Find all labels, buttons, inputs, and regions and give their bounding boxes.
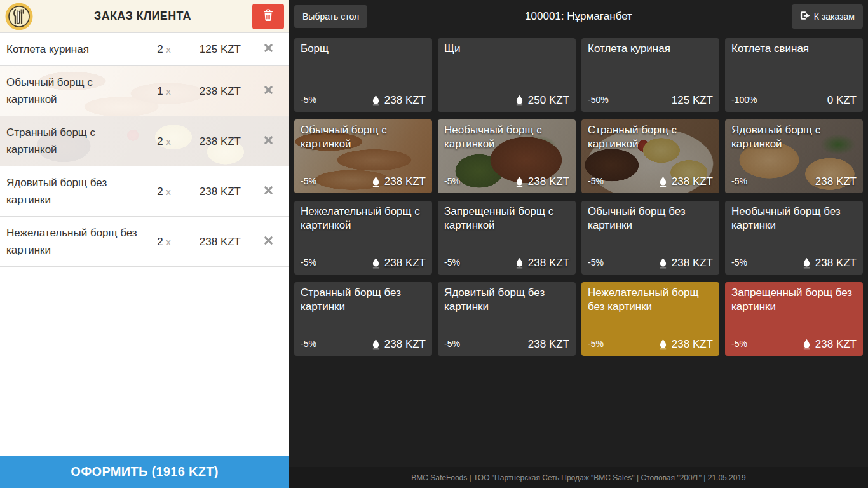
footer-text: BMC SafeFoods | ТОО "Партнерская Сеть Пр…	[411, 473, 746, 482]
order-item: Странный борщ с картинкой 2 x 238 KZT	[0, 116, 289, 166]
remove-item-button[interactable]	[254, 83, 283, 100]
menu-card-name: Нежелательный борщ без картинки	[588, 286, 713, 314]
menu-card[interactable]: Ядовитый борщ без картинки -5% 238 KZT	[438, 282, 576, 356]
top-bar: 100001: Нұрмағанбет Выбрать стол К заказ…	[289, 0, 868, 33]
restaurant-logo-icon	[5, 3, 33, 30]
menu-card-name: Нежелательный борщ с картинкой	[301, 205, 426, 233]
menu-card-name: Запрещенный борщ без картинки	[731, 286, 857, 314]
flame-icon	[659, 176, 667, 187]
flame-icon	[803, 339, 811, 350]
checkout-button[interactable]: ОФОРМИТЬ (1916 KZT)	[0, 456, 289, 488]
menu-card-price: 238 KZT	[672, 337, 713, 351]
menu-card-discount: -5%	[731, 176, 747, 187]
menu-card-discount: -5%	[301, 176, 316, 187]
menu-card[interactable]: Ядовитый борщ с картинкой -5% 238 KZT	[725, 119, 863, 193]
menu-card[interactable]: Обычный борщ без картинки -5% 238 KZT	[581, 201, 719, 274]
order-item-qty-x: x	[166, 186, 171, 197]
order-item-name: Нежелательный борщ без картинки	[6, 224, 145, 259]
menu-card[interactable]: Щи 250 KZT	[438, 38, 576, 112]
sign-out-icon	[800, 11, 810, 22]
menu-card-discount: -5%	[588, 339, 604, 350]
menu-card-price: 0 KZT	[827, 93, 857, 107]
menu-card-discount: -5%	[301, 339, 316, 350]
menu-card-discount: -5%	[444, 339, 460, 350]
menu-card-price: 250 KZT	[528, 93, 569, 107]
remove-item-button[interactable]	[254, 41, 283, 58]
flame-icon	[515, 95, 524, 106]
menu-card-name: Борщ	[301, 42, 426, 56]
menu-card[interactable]: Запрещенный борщ без картинки -5% 238 KZ…	[725, 282, 863, 356]
menu-grid: Борщ -5% 238 KZT Щи	[289, 33, 868, 467]
order-item-qty-value: 2	[157, 135, 163, 147]
order-item-price: 238 KZT	[183, 83, 254, 100]
order-item-name: Котлета куриная	[6, 41, 145, 58]
order-number-title: 100001: Нұрмағанбет	[289, 10, 868, 23]
order-item-qty-x: x	[166, 86, 171, 97]
order-item-qty-x: x	[166, 136, 171, 147]
to-orders-button[interactable]: К заказам	[792, 4, 863, 29]
footer: BMC SafeFoods | ТОО "Партнерская Сеть Пр…	[289, 467, 868, 488]
order-item-qty-value: 2	[157, 236, 163, 248]
menu-card-name: Странный борщ без картинки	[301, 286, 426, 314]
order-item-price: 238 KZT	[183, 233, 254, 250]
menu-card[interactable]: Необычный борщ без картинки -5% 238 KZT	[725, 201, 863, 274]
order-item-name: Обычный борщ с картинкой	[6, 74, 145, 108]
flame-icon	[803, 257, 811, 269]
menu-card[interactable]: Запрещенный борщ с картинкой -5% 238 KZT	[438, 201, 576, 274]
order-item-name: Странный борщ с картинкой	[6, 124, 145, 158]
menu-card-price: 238 KZT	[672, 256, 713, 270]
menu-card[interactable]: Необычный борщ с картинкой -5% 238 KZT	[438, 119, 576, 193]
menu-panel: 100001: Нұрмағанбет Выбрать стол К заказ…	[289, 0, 868, 488]
menu-card-discount: -5%	[301, 257, 316, 269]
to-orders-label: К заказам	[814, 11, 855, 22]
menu-card-discount: -5%	[731, 339, 747, 350]
order-item-quantity: 1 x	[145, 83, 183, 100]
menu-card[interactable]: Странный борщ с картинкой -5% 238 KZT	[581, 119, 719, 193]
order-item-qty-value: 2	[157, 43, 163, 55]
menu-card-discount: -5%	[444, 257, 460, 269]
order-item: Нежелательный борщ без картинки 2 x 238 …	[0, 217, 289, 267]
menu-card[interactable]: Котлета куриная -50% 125 KZT	[581, 38, 719, 112]
order-item-qty-value: 2	[157, 186, 163, 198]
menu-card-discount: -5%	[731, 257, 747, 269]
remove-item-button[interactable]	[254, 183, 283, 200]
order-item: Ядовитый борщ без картинки 2 x 238 KZT	[0, 166, 289, 217]
menu-card[interactable]: Нежелательный борщ без картинки -5% 238 …	[581, 282, 719, 356]
menu-card-price: 238 KZT	[384, 93, 426, 107]
close-icon	[264, 83, 273, 100]
order-item-price: 125 KZT	[183, 41, 254, 58]
order-item-qty-x: x	[166, 44, 171, 55]
order-item-quantity: 2 x	[145, 133, 183, 150]
menu-card-name: Обычный борщ с картинкой	[301, 123, 426, 151]
menu-card-name: Ядовитый борщ с картинкой	[731, 123, 857, 151]
menu-card-price: 238 KZT	[672, 175, 713, 189]
order-item-price: 238 KZT	[183, 133, 254, 150]
order-item: Котлета куриная 2 x 125 KZT	[0, 33, 289, 66]
menu-card[interactable]: Обычный борщ с картинкой -5% 238 KZT	[294, 119, 432, 193]
menu-card[interactable]: Котлета свиная -100% 0 KZT	[725, 38, 863, 112]
clear-order-button[interactable]	[252, 4, 284, 29]
order-panel-title: ЗАКАЗ КЛИЕНТА	[33, 10, 252, 23]
menu-card[interactable]: Борщ -5% 238 KZT	[294, 38, 432, 112]
order-item-price: 238 KZT	[183, 183, 254, 200]
order-item: Обычный борщ с картинкой 1 x 238 KZT	[0, 66, 289, 116]
menu-card-discount: -5%	[588, 176, 604, 187]
flame-icon	[372, 176, 380, 187]
menu-card-name: Необычный борщ без картинки	[731, 205, 857, 233]
close-icon	[264, 233, 273, 250]
menu-card[interactable]: Странный борщ без картинки -5% 238 KZT	[294, 282, 432, 356]
menu-card-name: Котлета свиная	[731, 42, 857, 56]
select-table-button[interactable]: Выбрать стол	[294, 5, 367, 28]
flame-icon	[372, 257, 380, 269]
remove-item-button[interactable]	[254, 233, 283, 250]
menu-card-price: 238 KZT	[815, 337, 857, 351]
menu-card[interactable]: Нежелательный борщ с картинкой -5% 238 K…	[294, 201, 432, 274]
remove-item-button[interactable]	[254, 133, 283, 150]
order-item-quantity: 2 x	[145, 233, 183, 250]
order-panel: ЗАКАЗ КЛИЕНТА Котлета куриная 2 x 125 KZ…	[0, 0, 289, 488]
close-icon	[264, 183, 273, 200]
menu-card-discount: -50%	[588, 95, 609, 106]
order-header: ЗАКАЗ КЛИЕНТА	[0, 0, 289, 33]
menu-card-name: Ядовитый борщ без картинки	[444, 286, 569, 314]
flame-icon	[372, 95, 380, 106]
